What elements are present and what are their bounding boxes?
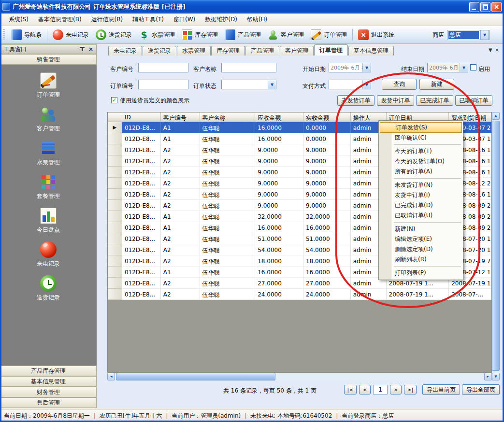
menu-item-2[interactable]: 运行信息(R) xyxy=(86,14,128,26)
context-menu-item-3[interactable]: 今天的订单(T) xyxy=(379,146,462,156)
horizontal-scroll-thumb[interactable] xyxy=(116,373,275,380)
sidebar-item-water-books[interactable]: 水票管理 xyxy=(37,140,60,167)
column-header-4[interactable]: 实收金额 xyxy=(303,113,351,122)
toolbar-button-navigator[interactable]: 导航条 xyxy=(8,28,45,42)
scroll-up-icon[interactable]: ▲ xyxy=(492,112,500,120)
row-selector[interactable]: ▶ xyxy=(108,122,122,133)
page-number-input[interactable] xyxy=(373,385,388,394)
tab-7[interactable]: 基本信息管理 xyxy=(348,46,394,56)
toolbar-button-water-ticket[interactable]: $水票管理 xyxy=(135,28,178,42)
scroll-down-icon[interactable]: ▼ xyxy=(492,373,500,380)
tab-5[interactable]: 客户管理 xyxy=(280,46,314,56)
next-page-button[interactable]: > xyxy=(390,385,402,394)
sidebar-item-order-pen[interactable]: 订单管理 xyxy=(37,72,60,99)
table-row[interactable]: 012D-E8...A2伍华聪24.000024.0000admin2008-0… xyxy=(108,289,491,300)
chevron-down-icon[interactable]: ▼ xyxy=(362,80,371,89)
row-selector[interactable] xyxy=(108,144,122,155)
export-all-pages-button[interactable]: 导出全部页 xyxy=(462,384,500,395)
scroll-left-icon[interactable]: ◄ xyxy=(107,373,115,380)
status-filter-button-2[interactable]: 已完成订单 xyxy=(416,95,453,106)
tab-4[interactable]: 产品管理 xyxy=(245,46,279,56)
menu-item-5[interactable]: 数据维护(D) xyxy=(200,14,242,26)
toolbar-button-product[interactable]: 产品管理 xyxy=(221,28,264,42)
column-header-1[interactable]: 客户编号 xyxy=(161,113,200,122)
row-selector[interactable] xyxy=(108,289,122,300)
context-menu-item-9[interactable]: 已完成订单(D) xyxy=(379,200,462,211)
sidebar-group-0[interactable]: 产品库存管理 xyxy=(0,366,97,376)
horizontal-scrollbar[interactable]: ◄ ► xyxy=(107,373,492,380)
menu-item-4[interactable]: 窗口(W) xyxy=(169,14,200,26)
tab-0[interactable]: 来电记录 xyxy=(108,46,142,56)
new-button[interactable]: 新建 xyxy=(419,79,454,90)
column-header-2[interactable]: 客户名称 xyxy=(200,113,256,122)
context-menu-item-1[interactable]: 回单确认(C) xyxy=(379,133,462,143)
column-header-3[interactable]: 应收金额 xyxy=(255,113,303,122)
row-selector[interactable] xyxy=(108,233,122,244)
close-icon[interactable]: × xyxy=(88,46,93,52)
menu-item-3[interactable]: 辅助工具(T) xyxy=(128,14,169,26)
row-selector[interactable] xyxy=(108,167,122,178)
menu-item-1[interactable]: 基本信息管理(B) xyxy=(33,14,86,26)
toolbar-button-order[interactable]: 订单管理 xyxy=(307,28,350,42)
chevron-down-icon[interactable]: ▼ xyxy=(268,80,276,89)
tab-3[interactable]: 库存管理 xyxy=(211,46,245,56)
chevron-down-icon[interactable]: ▼ xyxy=(362,63,371,72)
toolbar-button-customer[interactable]: 客户管理 xyxy=(264,28,307,42)
vertical-scrollbar[interactable]: ▲ ▼ xyxy=(492,112,500,380)
chevron-down-icon[interactable]: ▼ xyxy=(460,63,468,72)
sidebar-item-package-grid[interactable]: 套餐管理 xyxy=(37,174,60,200)
context-menu-item-12[interactable]: 新建(N) xyxy=(379,224,462,234)
order-status-combobox[interactable]: ▼ xyxy=(221,80,276,89)
chevron-down-icon[interactable]: ▼ xyxy=(489,47,492,53)
query-button[interactable]: 查询 xyxy=(382,79,417,90)
close-button[interactable]: × xyxy=(491,2,502,12)
scroll-right-icon[interactable]: ► xyxy=(484,373,492,380)
column-header-0[interactable]: ID xyxy=(122,113,161,122)
sidebar-item-customers[interactable]: 客户管理 xyxy=(37,106,60,133)
context-menu-item-14[interactable]: 删除选定项(D) xyxy=(379,244,462,254)
row-selector[interactable] xyxy=(108,255,122,267)
start-date-picker[interactable]: 2009年 6月 8日 ▼ xyxy=(329,63,371,72)
context-menu-item-4[interactable]: 今天的发货订单(O) xyxy=(379,156,462,167)
row-selector[interactable] xyxy=(108,244,122,255)
row-selector[interactable] xyxy=(108,211,122,222)
prev-page-button[interactable]: < xyxy=(359,385,371,394)
toolbar-button-inventory[interactable]: 库存管理 xyxy=(178,28,221,42)
chevron-down-icon[interactable]: ▼ xyxy=(480,30,489,40)
customer-no-input[interactable] xyxy=(138,63,188,72)
first-page-button[interactable]: |< xyxy=(344,385,357,394)
close-icon[interactable]: × xyxy=(495,47,499,53)
row-selector[interactable] xyxy=(108,178,122,189)
row-selector[interactable] xyxy=(108,200,122,211)
sidebar-group-2[interactable]: 财务管理 xyxy=(0,387,97,397)
last-page-button[interactable]: >| xyxy=(404,385,417,394)
row-selector[interactable] xyxy=(108,155,122,167)
tab-2[interactable]: 水票管理 xyxy=(177,46,211,56)
tab-1[interactable]: 送货记录 xyxy=(143,46,176,56)
context-menu-item-17[interactable]: 打印列表(P) xyxy=(379,268,462,278)
end-date-picker[interactable]: 2009年 6月 8日 ▼ xyxy=(427,63,468,72)
toolbar-button-delivery-record[interactable]: 送货记录 xyxy=(92,28,135,42)
sidebar-item-delivery-clock[interactable]: 送货记录 xyxy=(37,275,60,302)
context-menu-item-5[interactable]: 所有的订单(A) xyxy=(379,167,462,177)
sidebar-item-call-sphere[interactable]: 来电记录 xyxy=(37,241,60,268)
color-checkbox[interactable]: ✓ xyxy=(111,97,117,103)
sidebar-group-1[interactable]: 基本信息管理 xyxy=(0,376,97,387)
menu-item-6[interactable]: 帮助(H) xyxy=(242,14,272,26)
toolbar-button-incoming-call[interactable]: 来电记录 xyxy=(49,28,92,42)
sidebar-group-3[interactable]: 售后管理 xyxy=(0,397,97,408)
context-menu-item-15[interactable]: 刷新列表(R) xyxy=(379,254,462,265)
maximize-button[interactable] xyxy=(480,2,490,12)
pin-icon[interactable] xyxy=(80,46,85,52)
pay-method-combobox[interactable]: ▼ xyxy=(329,80,371,89)
enable-checkbox[interactable] xyxy=(470,64,476,70)
sidebar-item-daily-chart[interactable]: 今日盘点 xyxy=(37,208,60,234)
order-no-input[interactable] xyxy=(138,80,188,89)
toolbar-button-exit[interactable]: ×退出系统 xyxy=(355,28,398,42)
shop-combobox[interactable]: 总店 ▼ xyxy=(447,30,490,40)
status-filter-button-1[interactable]: 发货中订单 xyxy=(377,95,414,106)
status-filter-button-0[interactable]: 未发货订单 xyxy=(337,95,374,106)
row-selector[interactable] xyxy=(108,222,122,233)
context-menu-item-10[interactable]: 已取消订单(U) xyxy=(379,211,462,221)
row-selector[interactable] xyxy=(108,189,122,200)
